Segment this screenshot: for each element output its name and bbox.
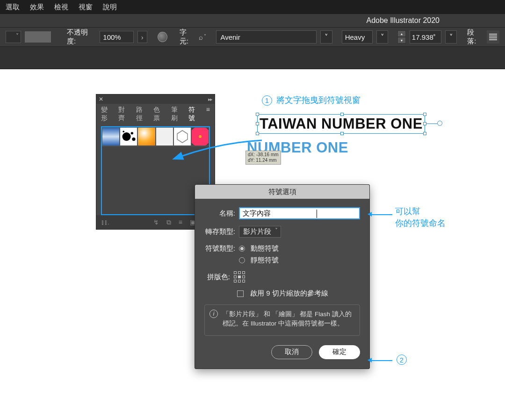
font-size-dropdown[interactable]: ˅ <box>445 30 457 43</box>
symbol-place-icon[interactable]: ↯ <box>153 218 159 226</box>
drag-arrow-annotation <box>173 136 267 168</box>
artboard-text-selected[interactable]: TAIWAN NUMBER ONE <box>257 114 425 134</box>
opacity-input[interactable]: 100% <box>100 31 133 43</box>
svg-point-3 <box>123 130 125 132</box>
symbol-libraries-icon[interactable]: ⫿⫿. <box>101 218 109 226</box>
annotation-arrow-name <box>371 214 392 215</box>
panel-collapse-icon[interactable]: ▸▸ <box>208 96 212 102</box>
selection-handle[interactable] <box>340 113 344 116</box>
options-bar: 不透明度: 100% › 字元: ⌕˅ Avenir ˅ Heavy ˅ ▴▾ … <box>0 27 505 47</box>
symbol-type-label: 符號類型: <box>204 244 235 253</box>
info-box: i 「影片片段」 和 「繪圖」 都是 Flash 讀入的標記。在 Illustr… <box>204 304 360 336</box>
font-size-stepper[interactable]: ▴▾ <box>397 30 406 43</box>
symbol-options-dialog: 符號選項 名稱: 文字內容 轉存類型: 影片片段 符號類型: 動態符號 靜態符號… <box>195 184 370 369</box>
opacity-label: 不透明度: <box>67 28 96 46</box>
symbol-thumb-gradient[interactable] <box>102 127 120 146</box>
paragraph-label: 段落: <box>467 28 483 46</box>
tab-align[interactable]: 對齊 <box>118 106 129 123</box>
selection-handle[interactable] <box>423 132 426 135</box>
selection-handle[interactable] <box>256 113 259 116</box>
symbol-name-input[interactable]: 文字內容 <box>239 207 360 219</box>
font-size-input[interactable]: 17.938˚ <box>410 30 441 43</box>
registration-grid[interactable] <box>234 271 245 282</box>
selection-handle[interactable] <box>423 122 426 125</box>
radio-static[interactable] <box>239 257 245 263</box>
tab-symbols[interactable]: 符號 <box>188 106 199 123</box>
fill-swatch[interactable] <box>25 31 51 43</box>
panel-header[interactable]: ✕ ▸▸ <box>96 94 215 104</box>
slice-checkbox-label: 啟用 9 切片縮放的參考線 <box>250 289 328 298</box>
cancel-button[interactable]: 取消 <box>271 345 312 359</box>
dialog-title: 符號選項 <box>195 185 369 199</box>
arrow-head-icon <box>368 358 372 362</box>
selection-handle[interactable] <box>256 132 259 135</box>
symbol-thumb-blank[interactable] <box>156 127 173 146</box>
menu-help[interactable]: 說明 <box>103 3 117 12</box>
fill-stroke-dropdown[interactable] <box>6 31 21 43</box>
menu-view[interactable]: 檢視 <box>54 3 68 12</box>
selection-rotate-line <box>426 123 438 124</box>
radio-dynamic-label: 動態符號 <box>251 244 279 253</box>
selection-rotate-handle[interactable] <box>437 121 442 126</box>
font-family-input[interactable]: Avenir <box>216 30 317 43</box>
font-weight-dropdown[interactable]: ˅ <box>376 30 388 43</box>
paragraph-align-icon[interactable] <box>487 30 500 43</box>
toolbar-secondary <box>0 47 505 69</box>
menu-bar: 選取 效果 檢視 視窗 說明 <box>0 0 505 14</box>
radio-static-label: 靜態符號 <box>251 256 279 265</box>
menu-effect[interactable]: 效果 <box>30 3 44 12</box>
tab-pathfinder[interactable]: 路徑 <box>136 106 147 123</box>
app-title: Adobe Illustrator 2020 <box>366 16 440 25</box>
app-title-bar: Adobe Illustrator 2020 <box>0 14 505 27</box>
selection-handle[interactable] <box>256 122 259 125</box>
radio-dynamic[interactable] <box>239 246 245 252</box>
arrow-head-icon <box>368 212 372 217</box>
ok-button[interactable]: 確定 <box>319 345 360 359</box>
recolor-icon[interactable] <box>158 32 167 42</box>
info-text: 「影片片段」 和 「繪圖」 都是 Flash 讀入的標記。在 Illustrat… <box>223 310 355 329</box>
panel-menu-icon[interactable]: ≡ <box>206 106 210 123</box>
export-type-label: 轉存類型: <box>204 227 235 236</box>
font-family-dropdown[interactable]: ˅ <box>320 30 332 43</box>
symbol-breaklink-icon[interactable]: ⧉ <box>166 218 171 226</box>
selection-handle[interactable] <box>340 132 344 135</box>
annotation-step1: 1 將文字拖曳到符號視窗 <box>262 94 361 106</box>
font-search-icon[interactable]: ⌕˅ <box>199 32 212 42</box>
annotation-arrow-ok <box>371 360 392 361</box>
svg-point-0 <box>123 132 131 141</box>
symbol-thumb-orb[interactable] <box>137 127 155 146</box>
step2-number: 2 <box>397 355 407 365</box>
menu-select[interactable]: 選取 <box>6 3 20 12</box>
svg-point-2 <box>132 138 135 141</box>
name-label: 名稱: <box>204 209 235 218</box>
tab-swatches[interactable]: 色票 <box>153 106 164 123</box>
info-icon: i <box>209 310 218 318</box>
export-type-select[interactable]: 影片片段 <box>239 226 281 238</box>
tab-transform[interactable]: 變形 <box>101 106 112 123</box>
symbol-thumb-inkblot[interactable] <box>120 127 137 146</box>
opacity-flyout[interactable]: › <box>137 31 147 43</box>
selection-handle[interactable] <box>423 113 426 116</box>
panel-close-icon[interactable]: ✕ <box>96 96 106 102</box>
svg-point-1 <box>131 132 133 134</box>
annotation-step2: 2 <box>397 355 409 365</box>
slice-checkbox[interactable] <box>237 290 244 297</box>
tab-brushes[interactable]: 筆刷 <box>171 106 182 123</box>
menu-window[interactable]: 視窗 <box>79 3 93 12</box>
annotation-name-hint: 可以幫 你的符號命名 <box>395 206 446 229</box>
symbol-options-icon[interactable]: ≡ <box>179 218 182 226</box>
step1-number: 1 <box>262 95 272 106</box>
character-label: 字元: <box>180 28 195 46</box>
registration-label: 拼版色: <box>204 273 230 282</box>
font-weight-input[interactable]: Heavy <box>342 30 373 43</box>
